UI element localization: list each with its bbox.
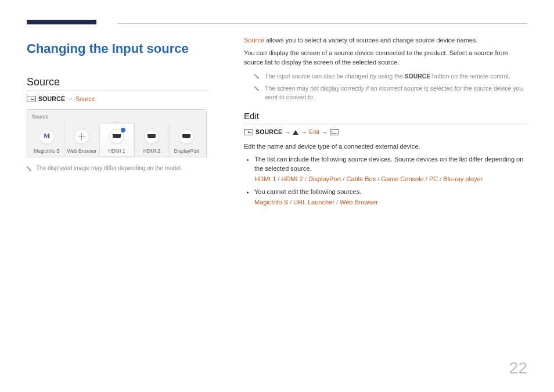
note-post: button on the remote control. [430,73,510,80]
bullet-text: The list can include the following sourc… [254,156,523,172]
right-column: Source allows you to select a variety of… [244,36,527,211]
pencil-icon [253,84,261,92]
note-text: The screen may not display correctly if … [265,84,527,102]
intro-rest: allows you to select a variety of source… [264,37,477,44]
source-item-hdmi2[interactable]: HDMI 2 [134,123,169,157]
edit-heading: Edit [244,110,527,124]
note-1: The input source can also be changed by … [254,72,527,81]
header-rule [27,20,527,24]
model-note-text: The displayed image may differ depending… [36,164,182,173]
nav-edit-label: Edit [309,128,319,136]
nav-source-label: SOURCE [38,95,65,103]
edit-nav-path: SOURCE → → Edit → [244,128,527,136]
source-item-magicinfo[interactable]: M MagicInfo S [30,123,64,157]
nav-source-target: Source [75,95,95,103]
bullet-2-sources: MagicInfo S / URL Launcher / Web Browser [254,198,527,207]
section-mark [27,20,96,24]
selector-row: ︿ M MagicInfo S Web Browser HDMI 1 [30,123,204,157]
source-button-icon [244,129,253,135]
source-item-label: Web Browser [67,148,96,154]
arrow-icon: → [285,128,290,137]
source-item-label: MagicInfo S [34,148,60,154]
source-heading: Source [27,74,207,91]
note-2: The screen may not display correctly if … [254,84,527,102]
bullet-1: The list can include the following sourc… [254,155,527,184]
document-page: Changing the Input source Source SOURCE … [0,0,554,392]
nav-source-label: SOURCE [256,128,282,136]
hdmi-icon [144,129,159,144]
arrow-icon: → [67,95,73,103]
source-item-label: HDMI 1 [109,148,125,154]
page-number: 22 [509,357,527,380]
source-item-webbrowser[interactable]: Web Browser [64,123,99,157]
arrow-icon: → [301,128,307,137]
note-bold: SOURCE [405,73,431,80]
source-nav-path: SOURCE → Source [27,95,207,103]
intro-keyword: Source [244,37,264,44]
source-item-displayport[interactable]: DisplayPort [169,123,204,157]
webbrowser-icon [74,129,89,144]
pencil-icon [253,71,261,80]
bullet-text: You cannot edit the following sources. [254,188,361,195]
intro-paragraph: Source allows you to select a variety of… [244,36,527,45]
notes-block: The input source can also be changed by … [254,72,527,102]
source-item-label: DisplayPort [174,148,199,154]
displayport-icon [179,129,194,144]
header-divider [117,23,527,24]
note-text: The input source can also be changed by … [265,72,510,81]
model-note: The displayed image may differ depending… [27,164,207,173]
edit-bullets: The list can include the following sourc… [246,155,527,207]
source-selector: Source ︿ M MagicInfo S Web Browser HDMI … [27,109,207,157]
bullet-1-sources: HDMI 1 / HDMI 2 / DisplayPort / Cable Bo… [254,175,527,184]
up-icon [293,130,298,135]
intro-paragraph-2: You can display the screen of a source d… [244,49,527,67]
edit-line: Edit the name and device type of a conne… [244,142,527,152]
note-pre: The input source can also be changed by … [265,73,405,80]
left-column: Changing the Input source Source SOURCE … [27,36,207,211]
hdmi-icon [109,129,124,144]
source-item-label: HDMI 2 [143,148,160,154]
arrow-icon: → [322,128,328,137]
bullet-2: You cannot edit the following sources. M… [254,188,527,207]
source-item-hdmi1[interactable]: HDMI 1 [99,123,134,157]
source-button-icon [27,96,36,102]
magicinfo-icon: M [39,129,55,144]
page-title: Changing the Input source [27,39,207,58]
enter-button-icon [330,129,339,135]
pencil-icon [26,164,34,172]
